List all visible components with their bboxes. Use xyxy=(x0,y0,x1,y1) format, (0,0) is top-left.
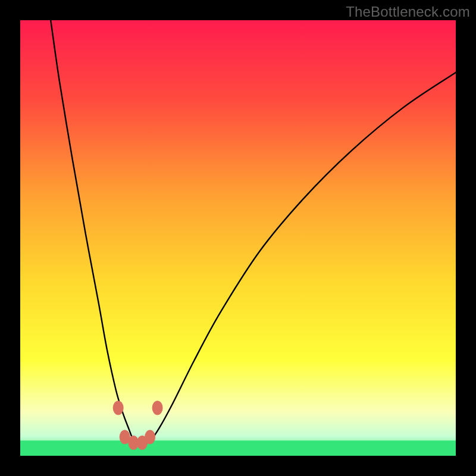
curve-markers xyxy=(113,401,163,450)
bottleneck-curve xyxy=(51,20,456,444)
marker-dot xyxy=(145,430,155,444)
curve-layer xyxy=(20,20,456,456)
marker-dot xyxy=(113,401,124,415)
plot-area xyxy=(20,20,456,456)
marker-dot xyxy=(152,401,163,415)
watermark-text: TheBottleneck.com xyxy=(346,4,470,20)
